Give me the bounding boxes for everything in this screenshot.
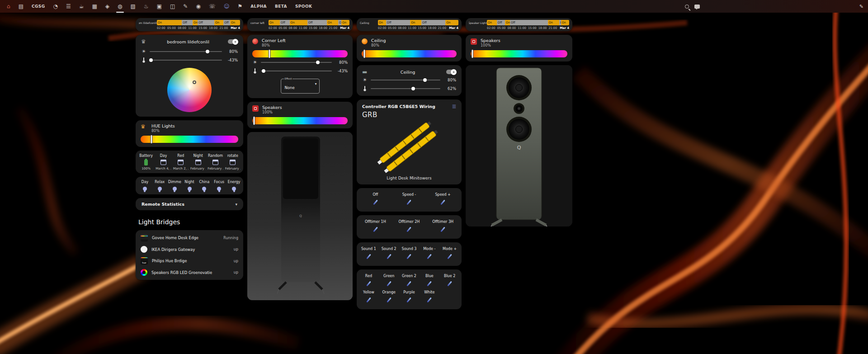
- remote-button[interactable]: Offtimer 3H: [426, 219, 460, 235]
- scene-button[interactable]: Dimmed: [167, 180, 182, 192]
- scene-button[interactable]: Energy: [226, 180, 241, 192]
- bedroom-light-toggle[interactable]: [228, 39, 238, 44]
- bookmark-tab[interactable]: ⚑: [233, 0, 246, 13]
- slider-handle[interactable]: [206, 50, 209, 53]
- gamepad-tab[interactable]: ◉: [192, 0, 204, 13]
- cgsg-tab[interactable]: CGSG: [28, 0, 49, 13]
- desktop-tab[interactable]: ▤: [14, 0, 28, 13]
- remote-statistics-expander[interactable]: Remote Statistics ▾: [136, 198, 243, 210]
- chart-tab[interactable]: ◔: [49, 0, 61, 13]
- chat-icon[interactable]: [694, 5, 700, 9]
- bridge-row[interactable]: Speakers RGB LED Groenovatie up: [136, 267, 243, 278]
- slider-handle[interactable]: [262, 69, 265, 73]
- toggle-knob: [232, 39, 238, 45]
- remote-button[interactable]: Offtimer 1H: [359, 219, 392, 235]
- remote-button[interactable]: Blue: [419, 273, 439, 289]
- remote-button[interactable]: Red: [359, 273, 379, 289]
- beta-tab[interactable]: BETA: [271, 0, 291, 13]
- time-label: 05:00: [278, 26, 287, 30]
- gradient-handle[interactable]: [253, 116, 255, 125]
- fuel-tab[interactable]: ▧: [127, 0, 140, 13]
- alpha-tab[interactable]: ALPHA: [246, 0, 271, 13]
- remote-button[interactable]: Mode -: [419, 246, 439, 262]
- remote-button[interactable]: Mode +: [439, 246, 460, 262]
- slider-handle[interactable]: [411, 87, 415, 90]
- remote-button[interactable]: Offtimer 2H: [392, 219, 426, 235]
- slider-handle[interactable]: [423, 78, 427, 82]
- effect-select[interactable]: Effect None ▾: [281, 79, 320, 94]
- remote-button[interactable]: Purple: [399, 289, 420, 306]
- gradient-handle[interactable]: [268, 49, 270, 58]
- color-temp-slider[interactable]: [261, 68, 332, 74]
- remote-button[interactable]: Orange: [379, 289, 399, 306]
- bridge-row[interactable]: Govee Home Desk Edge Running: [136, 232, 243, 244]
- remote-button[interactable]: Green 2: [399, 273, 420, 289]
- scene-button[interactable]: Night: [182, 180, 197, 192]
- remote-button[interactable]: Speed -: [392, 192, 426, 208]
- bridge-row[interactable]: IKEA Dirigera Gateway up: [136, 244, 243, 255]
- brightness-slider[interactable]: [150, 49, 222, 54]
- speaker-photo-card-left[interactable]: Q: [247, 132, 353, 300]
- hue-color-slider[interactable]: [362, 50, 457, 57]
- hue-color-slider[interactable]: [471, 50, 567, 57]
- timeline-date: Mar 4: [231, 26, 240, 30]
- scene-button[interactable]: rotate February ...: [224, 154, 241, 170]
- remote-button[interactable]: Sound 3: [399, 246, 420, 262]
- scene-button[interactable]: Focus: [212, 180, 226, 192]
- gradient-handle[interactable]: [150, 135, 152, 144]
- search-icon[interactable]: [685, 5, 689, 9]
- remote-button[interactable]: Off: [359, 192, 392, 208]
- wiring-icon[interactable]: ☰: [452, 104, 456, 109]
- slider-handle[interactable]: [316, 61, 320, 64]
- hue-color-slider[interactable]: [252, 117, 348, 124]
- time-label: 21:00: [219, 26, 228, 30]
- remote-button[interactable]: Blue 2: [439, 273, 460, 289]
- scene-button[interactable]: Red March 2, ...: [172, 154, 189, 170]
- hue-color-slider[interactable]: [252, 50, 348, 57]
- gradient-handle[interactable]: [363, 49, 366, 58]
- edit-dashboard-button[interactable]: ✎: [859, 0, 863, 13]
- color-wheel-cursor[interactable]: [193, 80, 196, 84]
- column-4: Speaker Light OnOffOnOffOnOffOn 02:0005:…: [466, 18, 572, 309]
- gradient-handle[interactable]: [472, 49, 474, 58]
- brightness-slider[interactable]: [371, 77, 440, 83]
- light-title: Corner Left: [262, 38, 286, 43]
- color-temp-slider[interactable]: [371, 86, 440, 91]
- scene-button[interactable]: China: [197, 180, 212, 192]
- phone-tab[interactable]: ☏: [205, 0, 220, 13]
- remote-button[interactable]: Yellow: [359, 289, 379, 306]
- scene-button[interactable]: Day: [137, 180, 152, 192]
- remote-button[interactable]: Green: [379, 273, 399, 289]
- tv-tab[interactable]: ▣: [153, 0, 166, 13]
- home-tab[interactable]: ⌂: [3, 0, 14, 13]
- hue-color-slider[interactable]: [141, 136, 238, 143]
- scene-button[interactable]: Day March 4, ...: [155, 154, 172, 170]
- remote-button[interactable]: Sound 2: [379, 246, 399, 262]
- spook-tab[interactable]: SPOOK: [291, 0, 316, 13]
- speaker-photo-card-right[interactable]: Q: [466, 65, 572, 227]
- climate-tab[interactable]: ♨: [140, 0, 153, 13]
- scene-button[interactable]: Night February ...: [189, 154, 207, 170]
- coffee-tab[interactable]: ☕: [75, 0, 88, 13]
- lights-tab[interactable]: ◍: [113, 0, 126, 13]
- ceiling-light-toggle[interactable]: [446, 70, 456, 74]
- brightness-slider[interactable]: [261, 60, 332, 65]
- person-tab[interactable]: ☺: [220, 0, 234, 13]
- remote-button[interactable]: Sound 1: [359, 246, 379, 262]
- apps-tab[interactable]: ▦: [88, 0, 101, 13]
- printer-tab[interactable]: ◫: [166, 0, 179, 13]
- scene-button[interactable]: Relax: [152, 180, 167, 192]
- scene-value: February ...: [190, 167, 206, 170]
- slider-handle[interactable]: [149, 58, 153, 62]
- timeline-segment: On: [157, 20, 182, 25]
- color-wheel[interactable]: [167, 68, 212, 112]
- bridge-row[interactable]: hue Philips Hue Brdige up: [136, 255, 243, 267]
- color-temp-slider[interactable]: [150, 57, 222, 63]
- scene-button[interactable]: Random February ...: [207, 154, 224, 170]
- car-tab[interactable]: ◈: [101, 0, 113, 13]
- list-tab[interactable]: ☰: [62, 0, 75, 13]
- scene-button[interactable]: Battery 100%: [137, 154, 155, 170]
- remote-button[interactable]: Speed +: [426, 192, 460, 208]
- pen-tab[interactable]: ✎: [179, 0, 192, 13]
- remote-button[interactable]: White: [419, 289, 439, 306]
